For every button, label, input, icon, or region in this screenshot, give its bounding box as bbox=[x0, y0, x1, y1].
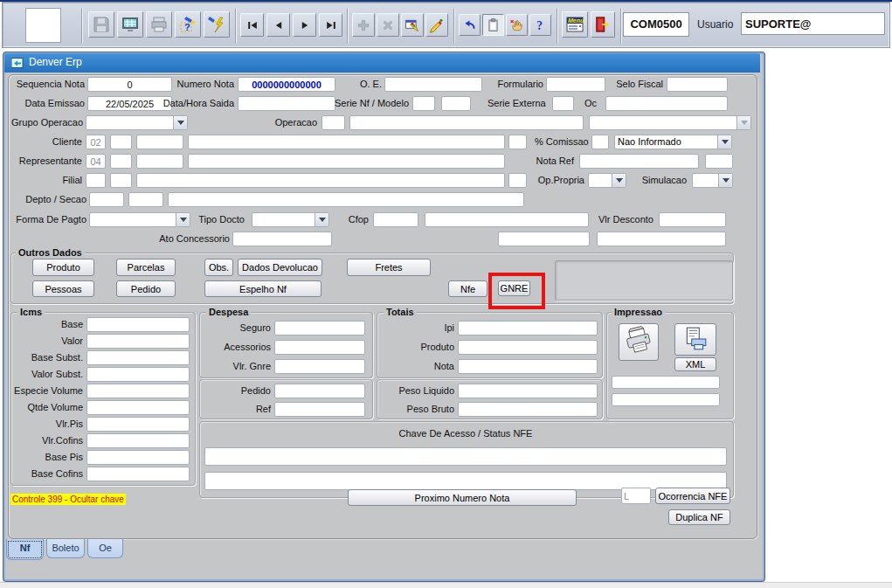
dados-devolucao-button[interactable]: Dados Devolucao bbox=[238, 259, 322, 276]
next-record-button[interactable] bbox=[293, 13, 316, 37]
oc-input[interactable] bbox=[605, 96, 728, 111]
cliente-uf-input[interactable] bbox=[508, 135, 527, 149]
screen-button[interactable] bbox=[117, 11, 143, 38]
vlr-gnre-input[interactable] bbox=[274, 359, 365, 374]
grupo-operacao-combo[interactable] bbox=[86, 115, 188, 130]
undo-button[interactable] bbox=[459, 14, 481, 36]
icms-base-cofins-input[interactable] bbox=[86, 467, 190, 481]
hand-button[interactable] bbox=[506, 14, 528, 36]
pessoas-button[interactable]: Pessoas bbox=[32, 280, 94, 297]
execute-query-button[interactable] bbox=[204, 11, 230, 38]
total-produto-input[interactable] bbox=[458, 340, 598, 355]
icms-base-subst-input[interactable] bbox=[86, 350, 190, 365]
proximo-numero-nota-button[interactable]: Proximo Numero Nota bbox=[348, 489, 577, 506]
pedido-input[interactable] bbox=[274, 384, 365, 398]
chevron-down-icon[interactable] bbox=[173, 116, 187, 129]
extra-input-1[interactable] bbox=[498, 232, 590, 246]
cliente-tipo-input[interactable] bbox=[86, 135, 106, 149]
operacao-desc-input[interactable] bbox=[349, 115, 584, 130]
duplica-nf-button[interactable]: Duplica NF bbox=[668, 509, 730, 525]
clipboard-button[interactable] bbox=[482, 14, 504, 36]
icms-especie-volume-input[interactable] bbox=[86, 384, 190, 398]
comissao-pct-input[interactable] bbox=[591, 135, 609, 149]
sequencia-nota-input[interactable] bbox=[87, 77, 172, 92]
cfop-input[interactable] bbox=[373, 212, 418, 227]
extra-input-2[interactable] bbox=[597, 232, 726, 246]
edit-record-button[interactable] bbox=[401, 13, 424, 37]
xml-button[interactable]: XML bbox=[674, 357, 716, 371]
ocorrencia-nfe-button[interactable]: Ocorrencia NFE bbox=[655, 488, 730, 504]
delete-record-button[interactable] bbox=[377, 13, 399, 37]
impressao-input-1[interactable] bbox=[612, 376, 720, 389]
fretes-button[interactable]: Fretes bbox=[347, 259, 431, 276]
icms-base-input[interactable] bbox=[86, 317, 190, 332]
previous-record-button[interactable] bbox=[266, 13, 290, 37]
parcelas-button[interactable]: Parcelas bbox=[116, 259, 176, 276]
serie-nf-input[interactable] bbox=[412, 96, 435, 111]
representante-code2-input[interactable] bbox=[136, 154, 183, 169]
impressao-input-2[interactable] bbox=[612, 393, 720, 406]
icms-vlr-cofins-input[interactable] bbox=[86, 433, 190, 448]
produto-button[interactable]: Produto bbox=[32, 259, 94, 276]
ipi-input[interactable] bbox=[458, 321, 598, 336]
nota-ref-input[interactable] bbox=[579, 154, 699, 169]
obs-button[interactable]: Obs. bbox=[204, 259, 233, 276]
modelo-input[interactable] bbox=[441, 96, 471, 111]
filial-code2-input[interactable] bbox=[110, 173, 132, 188]
selo-fiscal-input[interactable] bbox=[667, 77, 728, 92]
ocorrencia-flag-input[interactable] bbox=[621, 488, 651, 504]
numero-nota-input[interactable] bbox=[238, 77, 335, 92]
menu-button[interactable]: Menu bbox=[562, 11, 588, 38]
op-propria-combo[interactable] bbox=[588, 173, 626, 188]
depto-secao-desc-input[interactable] bbox=[168, 192, 524, 207]
forma-pagto-combo[interactable] bbox=[89, 212, 190, 227]
insert-record-button[interactable] bbox=[352, 13, 375, 37]
ato-concessorio-input[interactable] bbox=[232, 232, 332, 246]
filial-code1-input[interactable] bbox=[86, 173, 106, 188]
espelho-nf-button[interactable]: Espelho Nf bbox=[204, 280, 322, 297]
representante-tipo-input[interactable] bbox=[86, 154, 106, 169]
operacao-code-input[interactable] bbox=[322, 115, 345, 130]
nfe-button[interactable]: Nfe bbox=[448, 280, 487, 297]
tipo-docto-combo[interactable] bbox=[252, 212, 329, 227]
icms-valor-subst-input[interactable] bbox=[86, 367, 190, 382]
cliente-code1-input[interactable] bbox=[110, 135, 132, 149]
window-titlebar[interactable] bbox=[4, 53, 760, 73]
serie-externa-input[interactable] bbox=[552, 96, 574, 111]
secao-input[interactable] bbox=[128, 192, 163, 207]
representante-nome-input[interactable] bbox=[188, 154, 505, 169]
chave-acesso-input[interactable] bbox=[204, 447, 727, 466]
filial-nome-input[interactable] bbox=[136, 173, 505, 188]
total-nota-input[interactable] bbox=[458, 359, 598, 374]
chevron-down-icon[interactable] bbox=[717, 135, 731, 149]
tab-nf[interactable]: Nf bbox=[6, 539, 44, 560]
first-record-button[interactable] bbox=[240, 13, 264, 37]
exit-button[interactable] bbox=[591, 11, 615, 38]
cliente-nome-input[interactable] bbox=[188, 135, 505, 149]
formulario-input[interactable] bbox=[546, 77, 605, 92]
enter-query-button[interactable]: ? bbox=[175, 11, 201, 38]
vlr-desconto-input[interactable] bbox=[659, 212, 726, 227]
print-button[interactable] bbox=[146, 11, 172, 38]
icms-base-pis-input[interactable] bbox=[86, 450, 190, 465]
cfop-desc-input[interactable] bbox=[425, 212, 589, 227]
nota-ref-serie-input[interactable] bbox=[705, 154, 733, 169]
peso-bruto-input[interactable] bbox=[458, 402, 598, 417]
data-emissao-input[interactable] bbox=[87, 96, 172, 111]
chevron-down-icon[interactable] bbox=[315, 213, 328, 226]
depto-input[interactable] bbox=[89, 192, 124, 207]
chevron-down-icon[interactable] bbox=[718, 174, 732, 187]
seguro-input[interactable] bbox=[274, 321, 365, 336]
comissao-combo[interactable]: Nao Informado bbox=[614, 135, 732, 149]
cliente-code2-input[interactable] bbox=[136, 135, 183, 149]
tab-oe[interactable]: Oe bbox=[87, 539, 123, 558]
help-button[interactable]: ? bbox=[529, 14, 551, 36]
icms-qtde-volume-input[interactable] bbox=[86, 400, 190, 415]
last-record-button[interactable] bbox=[319, 13, 342, 37]
simulacao-combo[interactable] bbox=[692, 173, 733, 188]
acessorios-input[interactable] bbox=[274, 340, 365, 355]
pedido-button[interactable]: Pedido bbox=[116, 280, 176, 297]
wand-button[interactable] bbox=[425, 13, 448, 37]
icms-valor-input[interactable] bbox=[86, 334, 190, 349]
ref-input[interactable] bbox=[274, 402, 365, 417]
